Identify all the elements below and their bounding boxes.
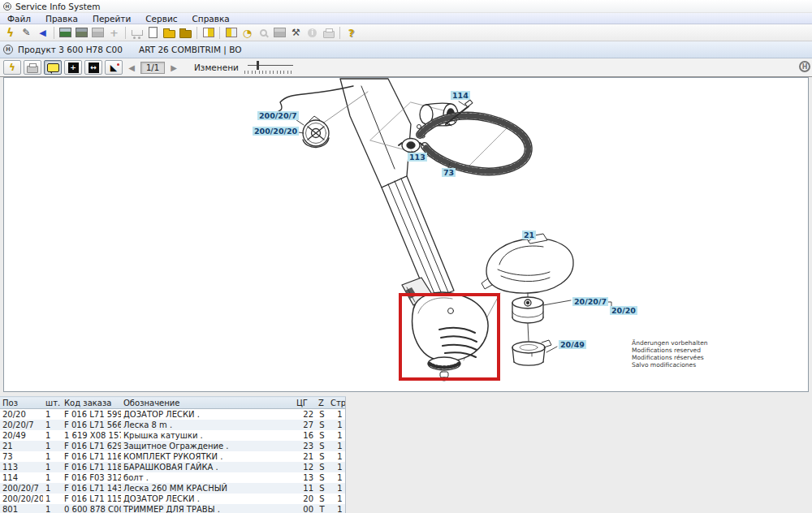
tools-icon[interactable]: ⚒ [288,26,304,40]
bosch-logo-icon: H [3,45,13,54]
menu-bar: Файл Правка Перейти Сервис Справка [0,13,812,24]
parts-list-icon[interactable] [201,26,216,40]
fit-width-button[interactable]: ↔ [84,60,102,75]
main-toolbar: ϟ ✎ ◀ + ◔ ⚒ i ? [0,24,812,41]
menu-goto[interactable]: Перейти [85,14,138,24]
callout-20-20-7[interactable]: 20/20/7 [572,297,608,306]
prev-page-button[interactable]: ◀ [125,61,138,74]
callout-113[interactable]: 113 [408,153,427,162]
viewer-toolbar: ϟ + ↔ ◣ ◀ 1/1 ▶ Изменени H [0,58,812,77]
fit-page-icon: + [68,63,79,73]
exit-icon[interactable]: ϟ [2,26,18,40]
graphic-disabled-icon [90,26,106,40]
col-z[interactable]: Z [316,397,328,409]
next-page-button[interactable]: ▶ [167,61,180,74]
slider-ticks [244,71,295,74]
callout-73[interactable]: 73 [442,168,456,177]
table-row[interactable]: 80110 600 878 C00ТРИММЕР ДЛЯ ТРАВЫ .00T1 [0,504,345,513]
bosch-logo-edge-icon: H [799,61,810,72]
help-icon[interactable]: ? [343,26,359,40]
fit-width-icon: ↔ [89,63,99,73]
window-title: Service Info System [15,2,101,11]
table-row[interactable]: 200/20/201F 016 L71 115ДОЗАТОР ЛЕСКИ .20… [0,494,345,504]
col-desc[interactable]: Обозначение [121,397,294,409]
callout-200-20-20[interactable]: 200/20/20 [253,127,299,136]
col-qty[interactable]: шт. [43,397,62,409]
zoom-slider[interactable] [248,61,298,74]
callout-114[interactable]: 114 [451,91,470,100]
table-row[interactable]: 20/20/71F 016 L71 566Леска 8 m .27S1 [0,420,345,430]
toolbar-separator [125,27,126,39]
product-bar: H Продукт 3 600 H78 C00 ART 26 COMBITRIM… [0,41,812,58]
col-code[interactable]: Код заказа [62,397,121,409]
speech-bubble-icon [47,63,59,72]
zoom-icon [256,26,271,40]
lightning-icon: ϟ [9,62,15,73]
menu-help[interactable]: Справка [184,14,236,24]
table-row[interactable]: 20/201F 016 L71 599ДОЗАТОР ЛЕСКИ .22S1 [0,409,345,420]
menu-file[interactable]: Файл [0,14,38,24]
info-icon: i [304,26,320,40]
graphic2-disabled-icon [272,26,287,40]
manual-icon[interactable]: ✎ [19,26,34,40]
graphic-alt-icon[interactable] [74,26,89,40]
page-indicator: 1/1 [140,62,165,74]
print-button[interactable] [24,60,41,75]
callout-21[interactable]: 21 [522,231,536,239]
back-icon[interactable]: ◀ [35,26,50,40]
modifications-notice: Änderungen vorbehalten Modifications res… [632,339,708,369]
print-icon [321,26,336,40]
toolbar-separator [219,27,220,39]
table-row[interactable]: 200/20/71F 016 L71 143Леска 260 ММ КРАСН… [0,483,345,494]
info-book-icon[interactable] [223,26,239,40]
callout-20-49[interactable]: 20/49 [559,340,586,349]
fit-page-button[interactable]: + [64,60,82,75]
table-header-row: Поз шт. Код заказа Обозначение ЦГ Z Стра… [0,397,345,409]
callout-200-20-7[interactable]: 200/20/7 [257,111,299,120]
article-label: ART 26 COMBITRIM | BO [139,45,241,54]
table-row[interactable]: 1131F 016 L71 118БАРАШКОВАЯ ГАЙКА .12S1 [0,462,345,472]
zoom-slider-label: Изменени [194,63,239,72]
menu-edit[interactable]: Правка [38,14,85,24]
app-icon: H [3,2,11,11]
new-document-icon[interactable] [145,26,161,40]
slider-handle[interactable] [257,61,259,70]
hotspot-icon: + [106,26,122,40]
callout-20-20[interactable]: 20/20 [610,306,637,315]
open-folder-icon[interactable] [162,26,177,40]
cart-icon [129,26,145,40]
history-icon[interactable]: ◔ [240,26,255,40]
col-pos[interactable]: Поз [0,397,43,409]
table-row[interactable]: 1141F 016 F03 312болт .13S1 [0,472,345,483]
toolbar-separator [339,27,340,39]
slider-track [248,65,293,66]
closed-folder-icon[interactable] [178,26,193,40]
menu-service[interactable]: Сервис [138,14,184,24]
hints-toggle-button[interactable] [44,60,62,75]
toolbar-separator [54,27,54,39]
exit-button[interactable]: ϟ [3,60,21,75]
col-country[interactable]: Стран [328,397,345,409]
product-label: Продукт 3 600 H78 C00 [18,45,123,54]
table-row[interactable]: 20/4911 619 X08 157Крышка катушки .16S1 [0,430,345,441]
table-row[interactable]: 731F 016 L71 116КОМПЛЕКТ РУКОЯТКИ .21S1 [0,451,345,462]
diagram-panel[interactable]: 200/20/7 200/20/20 114 113 73 21 20/20/7… [3,77,809,392]
parts-table: Поз шт. Код заказа Обозначение ЦГ Z Стра… [0,396,346,513]
graphic-icon[interactable] [58,26,73,40]
title-bar: H Service Info System [0,0,812,13]
col-cg[interactable]: ЦГ [294,397,316,409]
table-row[interactable]: 211F 016 L71 629Защитное Ограждение .23S… [0,441,345,451]
printer-icon [27,66,38,73]
parts-table-area: Поз шт. Код заказа Обозначение ЦГ Z Стра… [0,396,812,513]
selection-zoom-button[interactable]: ◣ [105,60,123,75]
selection-zoom-icon: ◣ [110,63,117,72]
toolbar-separator [197,27,197,39]
